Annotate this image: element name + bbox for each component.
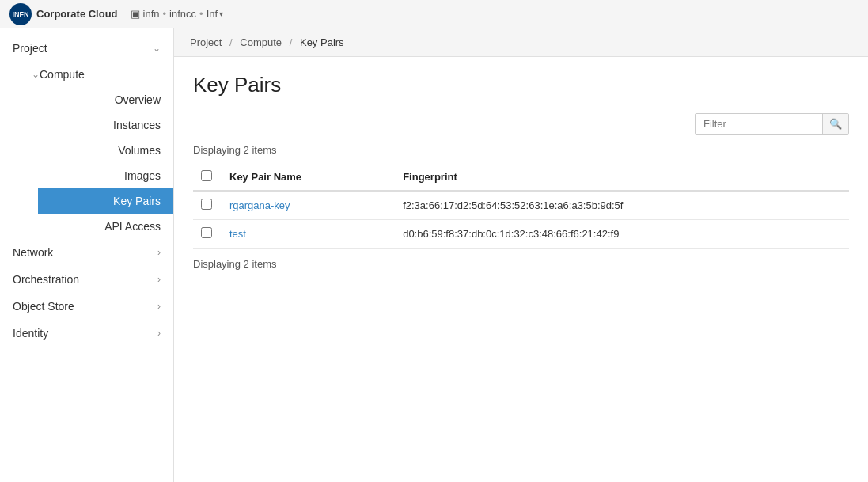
row-checkbox-cell xyxy=(193,220,220,249)
table-body: rgargana-key f2:3a:66:17:d2:5d:64:53:52:… xyxy=(193,191,849,249)
breadcrumb-compute[interactable]: Compute xyxy=(240,36,282,48)
instances-label: Instances xyxy=(51,119,161,131)
brand-name: Corporate Cloud xyxy=(36,8,118,20)
content-body: Key Pairs 🔍 Displaying 2 items Key P xyxy=(174,57,868,286)
filter-input-wrap: 🔍 xyxy=(695,113,849,135)
sidebar-item-volumes[interactable]: Volumes xyxy=(38,138,173,163)
sidebar-item-images[interactable]: Images xyxy=(38,163,173,188)
breadcrumb: Project / Compute / Key Pairs xyxy=(174,28,868,57)
overview-label: Overview xyxy=(51,93,161,106)
breadcrumb-current: Key Pairs xyxy=(300,36,344,48)
topbar: INFN Corporate Cloud ▣ infn • infncc • I… xyxy=(0,0,868,28)
sidebar-item-identity[interactable]: Identity › xyxy=(0,320,173,347)
main-layout: Project ⌄ Compute ⌄ Overview Instances V… xyxy=(0,28,868,482)
sidebar-item-orchestration[interactable]: Orchestration › xyxy=(0,266,173,293)
nav-dropdown[interactable]: Inf ▾ xyxy=(207,8,223,20)
compute-chevron-icon: ⌄ xyxy=(32,69,40,80)
nav-chevron-icon: ▾ xyxy=(219,9,223,18)
sidebar-item-keypairs[interactable]: Key Pairs xyxy=(38,188,173,214)
row-fingerprint-cell: d0:b6:59:f8:37:db:0c:1d:32:c3:48:66:f6:2… xyxy=(393,220,849,249)
filter-input[interactable] xyxy=(696,114,822,134)
breadcrumb-sep2: / xyxy=(290,36,293,48)
sidebar-project-label: Project xyxy=(13,42,47,55)
nav-icon: ▣ xyxy=(131,8,140,20)
keypair-name-link[interactable]: test xyxy=(229,228,246,240)
row-checkbox-1[interactable] xyxy=(201,227,212,238)
sidebar-compute-group: Compute ⌄ Overview Instances Volumes Ima… xyxy=(0,62,173,239)
object-store-chevron-icon: › xyxy=(157,301,161,312)
table-row: test d0:b6:59:f8:37:db:0c:1d:32:c3:48:66… xyxy=(193,220,849,249)
nav-item1[interactable]: infn xyxy=(143,8,160,20)
keypairs-table: Key Pair Name Fingerprint rgargana-key f… xyxy=(193,164,849,249)
select-all-checkbox[interactable] xyxy=(201,170,212,181)
api-access-label: API Access xyxy=(51,220,161,233)
sidebar-item-api-access[interactable]: API Access xyxy=(38,214,173,239)
content-area: Project / Compute / Key Pairs Key Pairs … xyxy=(174,28,868,482)
sidebar-item-instances[interactable]: Instances xyxy=(38,112,173,138)
header-checkbox-col xyxy=(193,164,220,191)
volumes-label: Volumes xyxy=(51,144,161,157)
sidebar-item-network[interactable]: Network › xyxy=(0,239,173,266)
page-title: Key Pairs xyxy=(193,73,849,97)
header-fingerprint: Fingerprint xyxy=(393,164,849,191)
row-fingerprint-cell: f2:3a:66:17:d2:5d:64:53:52:63:1e:a6:a3:5… xyxy=(393,191,849,220)
row-checkbox-cell xyxy=(193,191,220,220)
sidebar-item-object-store[interactable]: Object Store › xyxy=(0,293,173,320)
project-chevron-icon: ⌄ xyxy=(153,43,161,54)
keypairs-label: Key Pairs xyxy=(51,195,161,207)
sidebar-item-project[interactable]: Project ⌄ xyxy=(0,35,173,62)
row-checkbox-0[interactable] xyxy=(201,199,212,210)
object-store-label: Object Store xyxy=(13,300,74,313)
sidebar-compute-children: Overview Instances Volumes Images Key Pa… xyxy=(19,87,173,239)
network-chevron-icon: › xyxy=(157,247,161,258)
sidebar-compute-label: Compute xyxy=(40,68,85,81)
nav-sep1: • xyxy=(163,8,167,20)
sidebar: Project ⌄ Compute ⌄ Overview Instances V… xyxy=(0,28,174,482)
logo-area: INFN Corporate Cloud xyxy=(9,3,118,25)
orchestration-chevron-icon: › xyxy=(157,274,161,285)
images-label: Images xyxy=(51,169,161,182)
network-label: Network xyxy=(13,246,53,259)
logo-icon: INFN xyxy=(9,3,32,25)
orchestration-label: Orchestration xyxy=(13,273,79,286)
sidebar-item-compute[interactable]: Compute ⌄ xyxy=(19,62,173,87)
nav-item3: Inf xyxy=(207,8,218,20)
row-name-cell: test xyxy=(220,220,393,249)
topbar-nav: ▣ infn • infncc • Inf ▾ xyxy=(131,8,224,20)
table-row: rgargana-key f2:3a:66:17:d2:5d:64:53:52:… xyxy=(193,191,849,220)
nav-sep2: • xyxy=(199,8,203,20)
filter-button[interactable]: 🔍 xyxy=(822,114,848,134)
breadcrumb-project[interactable]: Project xyxy=(190,36,222,48)
display-count-top: Displaying 2 items xyxy=(193,144,849,156)
identity-label: Identity xyxy=(13,327,48,340)
display-count-bottom: Displaying 2 items xyxy=(193,258,849,270)
row-name-cell: rgargana-key xyxy=(220,191,393,220)
header-keypair-name: Key Pair Name xyxy=(220,164,393,191)
toolbar: 🔍 xyxy=(193,113,849,135)
nav-item2[interactable]: infncc xyxy=(169,8,196,20)
keypair-name-link[interactable]: rgargana-key xyxy=(229,199,290,211)
table-header-row: Key Pair Name Fingerprint xyxy=(193,164,849,191)
breadcrumb-sep1: / xyxy=(229,36,233,48)
identity-chevron-icon: › xyxy=(157,328,161,339)
sidebar-item-overview[interactable]: Overview xyxy=(38,87,173,112)
